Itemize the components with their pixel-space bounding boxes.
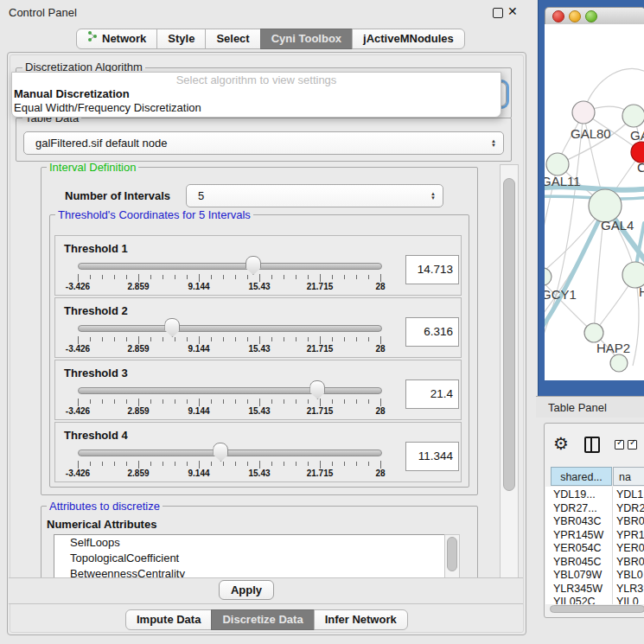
table-row[interactable]: YLR345WYLR3 xyxy=(545,582,644,596)
close-icon[interactable]: ✕ xyxy=(507,4,518,18)
numerical-attributes-list[interactable]: SelfLoopsTopologicalCoefficientBetweenne… xyxy=(54,534,460,579)
threshold-panel-1: Threshold 1-3.4262.8599.14415.4321.71528… xyxy=(54,235,462,296)
axis-tick-label: 9.144 xyxy=(188,282,209,291)
network-node[interactable] xyxy=(610,354,628,372)
dropdown-item-equal-width-frequency-discretization[interactable]: Equal Width/Frequency Discretization xyxy=(12,101,501,115)
slider-thumb-icon[interactable] xyxy=(245,256,261,275)
network-node[interactable] xyxy=(622,105,644,127)
cell-shared-name: YDL19... xyxy=(553,488,596,501)
threshold-panel-3: Threshold 3-3.4262.8599.14415.4321.71528… xyxy=(54,360,462,420)
axis-tick xyxy=(114,399,115,404)
gear-icon[interactable]: ⚙ xyxy=(553,433,569,454)
axis-tick xyxy=(78,274,79,282)
axis-tick xyxy=(187,399,188,404)
control-panel-title: Control Panel xyxy=(9,6,77,19)
axis-tick xyxy=(308,275,309,279)
column-header-name[interactable]: na xyxy=(613,467,644,486)
network-node[interactable] xyxy=(546,153,569,175)
cell-name: YBL0 xyxy=(616,568,643,582)
panel-scrollbar-thumb[interactable] xyxy=(503,178,515,491)
axis-tick xyxy=(114,275,115,279)
table-row[interactable]: YBL079WYBL0 xyxy=(545,568,644,582)
axis-tick xyxy=(163,337,163,341)
tab-label: Cyni Toolbox xyxy=(271,29,341,48)
list-item[interactable]: TopologicalCoefficient xyxy=(54,551,459,566)
cell-shared-name: YER054C xyxy=(553,541,602,555)
table-row[interactable]: YBR045CYBR0 xyxy=(545,555,644,569)
network-tab-icon xyxy=(87,29,98,48)
checkbox-checked-icon[interactable]: ✓ xyxy=(615,440,624,450)
tab-network[interactable]: Network xyxy=(76,29,157,49)
table-data-select[interactable]: galFiltered.sif default node ▲▼ xyxy=(23,131,504,155)
thresholds-group-title: Threshold's Coordinates for 5 Intervals xyxy=(55,209,253,220)
dropdown-item-manual-discretization[interactable]: Manual Discretization xyxy=(12,87,501,101)
axis-tick xyxy=(235,399,236,404)
tab-jactivemnodules[interactable]: jActiveMNodules xyxy=(352,29,465,49)
table-row[interactable]: YER054CYER0 xyxy=(545,541,644,555)
slider-track[interactable] xyxy=(78,263,382,270)
axis-tick xyxy=(380,336,381,344)
table-row[interactable]: YDR27...YDR2 xyxy=(545,501,644,515)
tab-style[interactable]: Style xyxy=(156,29,206,49)
panel-scrollbar[interactable] xyxy=(500,164,519,578)
node-label: H xyxy=(639,284,644,299)
threshold-value-field[interactable]: 11.344 xyxy=(405,442,459,471)
axis-tick xyxy=(199,399,200,406)
checkbox-checked-icon[interactable]: ✓ xyxy=(628,440,637,450)
axis-tick xyxy=(78,399,79,406)
slider-thumb-icon[interactable] xyxy=(164,318,180,337)
slider-thumb-icon[interactable] xyxy=(213,443,228,462)
axis-tick xyxy=(259,461,260,469)
minimize-traffic-light-icon[interactable] xyxy=(569,10,581,22)
algorithm-dropdown-placeholder: Select algorithm to view settings xyxy=(12,73,501,87)
axis-tick xyxy=(344,399,345,404)
interval-definition-group-title: Interval Definition xyxy=(47,162,138,173)
axis-tick xyxy=(138,274,139,282)
threshold-value-field[interactable]: 21.4 xyxy=(405,379,459,409)
tab-infer-network[interactable]: Infer Network xyxy=(314,609,408,630)
axis-tick xyxy=(247,399,248,404)
axis-tick-label: 15.43 xyxy=(248,344,270,354)
threshold-value-field[interactable]: 6.316 xyxy=(405,317,459,347)
axis-tick xyxy=(320,274,321,282)
apply-button[interactable]: Apply xyxy=(219,580,274,600)
slider-thumb-icon[interactable] xyxy=(309,380,325,399)
attributes-group-title: Attributes to discretize xyxy=(47,501,163,512)
tab-discretize-data[interactable]: Discretize Data xyxy=(211,609,314,630)
attributes-list-scrollbar[interactable] xyxy=(444,534,460,579)
table-row[interactable]: YPR145WYPR1 xyxy=(545,528,644,542)
threshold-value-field[interactable]: 14.713 xyxy=(405,255,459,284)
split-columns-icon[interactable] xyxy=(584,437,600,453)
zoom-traffic-light-icon[interactable] xyxy=(585,10,597,22)
axis-tick-label: -3.426 xyxy=(66,344,90,354)
table-row[interactable]: YDL19...YDL1 xyxy=(545,488,644,501)
axis-tick xyxy=(150,337,151,341)
axis-tick xyxy=(296,275,296,279)
number-of-intervals-select[interactable]: 5 ▲▼ xyxy=(186,184,443,207)
list-item[interactable]: SelfLoops xyxy=(54,535,459,551)
network-canvas[interactable]: GAL80GACGAL11GAL4GCY1HHAP2 xyxy=(545,24,644,380)
slider-track[interactable] xyxy=(78,450,382,456)
column-header-shared[interactable]: shared... xyxy=(551,467,612,486)
network-node[interactable] xyxy=(572,101,595,124)
close-traffic-light-icon[interactable] xyxy=(552,10,564,22)
table-hscrollbar-thumb[interactable] xyxy=(550,605,644,613)
axis-tick xyxy=(223,462,224,466)
float-window-icon[interactable] xyxy=(493,8,503,18)
table-hscrollbar[interactable] xyxy=(550,605,644,613)
network-node[interactable] xyxy=(545,268,552,285)
attributes-list-scrollbar-thumb[interactable] xyxy=(447,537,457,571)
cell-shared-name: YBR045C xyxy=(553,555,602,569)
tab-select[interactable]: Select xyxy=(205,29,260,49)
axis-tick xyxy=(102,399,103,404)
axis-tick xyxy=(126,337,127,341)
axis-tick-label: 28 xyxy=(375,344,385,354)
table-row[interactable]: YBR043CYBR0 xyxy=(545,514,644,528)
tab-impute-data[interactable]: Impute Data xyxy=(125,609,212,630)
slider-track[interactable] xyxy=(78,325,382,332)
network-node[interactable] xyxy=(584,323,603,342)
slider-track[interactable] xyxy=(78,387,382,394)
axis-tick-label: 2.859 xyxy=(127,469,149,478)
tab-cyni-toolbox[interactable]: Cyni Toolbox xyxy=(260,29,353,49)
axis-tick xyxy=(344,275,345,279)
